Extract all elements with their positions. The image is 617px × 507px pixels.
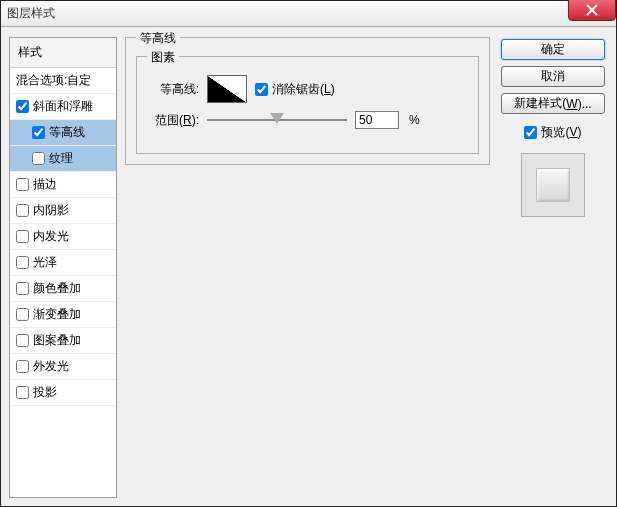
sidebar-item-checkbox[interactable] [16,360,29,373]
elements-subsection: 图素 等高线: 消除锯齿(L) 范围(R): [136,56,479,154]
antialias-checkbox[interactable] [255,83,268,96]
sidebar-item-label: 颜色叠加 [33,280,81,297]
blend-options-item[interactable]: 混合选项:自定 [10,68,116,94]
sidebar-item-6[interactable]: 光泽 [10,250,116,276]
sidebar-item-label: 内发光 [33,228,69,245]
antialias-checkbox-wrap[interactable]: 消除锯齿(L) [255,81,335,98]
range-slider[interactable] [207,112,347,128]
sidebar-item-2[interactable]: 纹理 [10,146,116,172]
preview-label: 预览(V) [541,124,581,141]
sidebar-item-label: 纹理 [49,150,73,167]
contour-section: 等高线 图素 等高线: 消除锯齿(L) 范围(R): [125,37,490,165]
close-button[interactable] [568,0,616,21]
sidebar-item-checkbox[interactable] [16,334,29,347]
range-label: 范围(R): [149,112,199,129]
sidebar-item-checkbox[interactable] [16,230,29,243]
sidebar-item-label: 斜面和浮雕 [33,98,93,115]
sidebar-item-label: 内阴影 [33,202,69,219]
sidebar-item-label: 外发光 [33,358,69,375]
blend-options-label: 混合选项:自定 [16,72,91,89]
sidebar-item-10[interactable]: 外发光 [10,354,116,380]
sidebar-item-label: 投影 [33,384,57,401]
contour-row: 等高线: 消除锯齿(L) [149,75,466,103]
contour-section-title: 等高线 [136,30,180,47]
action-panel: 确定 取消 新建样式(W)... 预览(V) [498,37,608,498]
settings-panel: 等高线 图素 等高线: 消除锯齿(L) 范围(R): [125,37,490,498]
sidebar-item-checkbox[interactable] [16,100,29,113]
dialog-content: 样式 混合选项:自定 斜面和浮雕等高线纹理描边内阴影内发光光泽颜色叠加渐变叠加图… [1,27,616,506]
sidebar-item-checkbox[interactable] [32,152,45,165]
sidebar-item-checkbox[interactable] [16,204,29,217]
sidebar-item-0[interactable]: 斜面和浮雕 [10,94,116,120]
range-input[interactable] [355,111,399,129]
sidebar-item-7[interactable]: 颜色叠加 [10,276,116,302]
sidebar-item-label: 图案叠加 [33,332,81,349]
sidebar-item-checkbox[interactable] [16,282,29,295]
sidebar-item-1[interactable]: 等高线 [10,120,116,146]
sidebar-item-label: 描边 [33,176,57,193]
preview-checkbox[interactable] [524,126,537,139]
close-icon [586,4,598,16]
sidebar-item-8[interactable]: 渐变叠加 [10,302,116,328]
elements-subsection-title: 图素 [147,49,179,66]
contour-label: 等高线: [149,81,199,98]
sidebar-item-checkbox[interactable] [16,256,29,269]
sidebar-item-11[interactable]: 投影 [10,380,116,406]
preview-checkbox-wrap[interactable]: 预览(V) [524,124,581,141]
range-unit: % [409,113,420,127]
sidebar-item-5[interactable]: 内发光 [10,224,116,250]
window-title: 图层样式 [7,5,55,22]
antialias-label: 消除锯齿(L) [272,81,335,98]
range-slider-thumb[interactable] [270,113,284,124]
contour-picker[interactable] [207,75,247,103]
new-style-button[interactable]: 新建样式(W)... [501,93,605,114]
sidebar-item-3[interactable]: 描边 [10,172,116,198]
sidebar-item-4[interactable]: 内阴影 [10,198,116,224]
ok-button[interactable]: 确定 [501,39,605,60]
sidebar-item-label: 光泽 [33,254,57,271]
sidebar-item-checkbox[interactable] [16,178,29,191]
sidebar-item-checkbox[interactable] [32,126,45,139]
sidebar-item-checkbox[interactable] [16,308,29,321]
preview-inner [536,168,570,202]
sidebar-item-label: 等高线 [49,124,85,141]
layer-style-dialog: 图层样式 样式 混合选项:自定 斜面和浮雕等高线纹理描边内阴影内发光光泽颜色叠加… [0,0,617,507]
sidebar-item-label: 渐变叠加 [33,306,81,323]
sidebar-header: 样式 [10,38,116,68]
sidebar-item-9[interactable]: 图案叠加 [10,328,116,354]
sidebar-item-checkbox[interactable] [16,386,29,399]
preview-swatch [521,153,585,217]
cancel-button[interactable]: 取消 [501,66,605,87]
styles-sidebar: 样式 混合选项:自定 斜面和浮雕等高线纹理描边内阴影内发光光泽颜色叠加渐变叠加图… [9,37,117,498]
range-row: 范围(R): % [149,111,466,129]
titlebar: 图层样式 [1,1,616,27]
